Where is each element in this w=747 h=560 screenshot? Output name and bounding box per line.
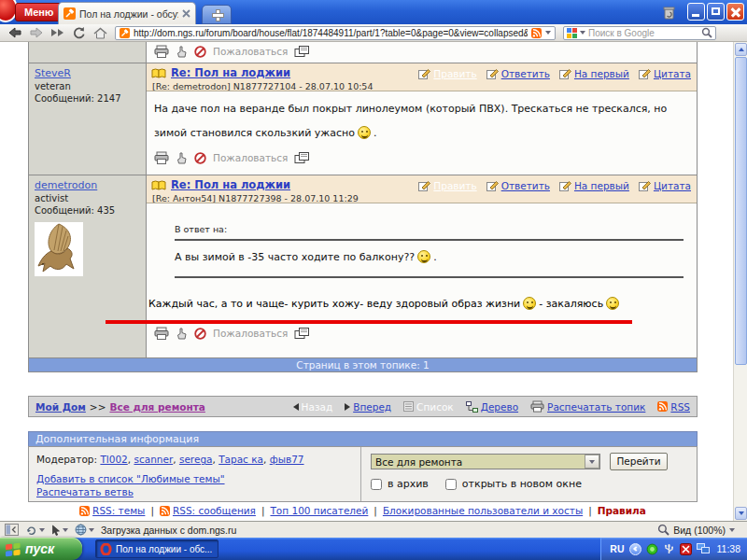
taskbar-task-button[interactable]: Пол на лоджии - обс... xyxy=(95,539,218,558)
reply-link[interactable]: Ответить xyxy=(501,180,550,191)
tab-close-icon[interactable] xyxy=(182,9,190,18)
tray-red-app-icon[interactable] xyxy=(680,543,692,555)
hand-icon[interactable] xyxy=(176,328,188,340)
author-link[interactable]: SteveR xyxy=(35,67,71,79)
reply-link[interactable]: Ответить xyxy=(501,68,550,79)
reload-button[interactable] xyxy=(68,25,90,41)
print-post-icon[interactable] xyxy=(154,45,169,58)
search-engine-dropdown-icon[interactable] xyxy=(580,31,585,35)
blocked-users-link[interactable]: Блокированные пользователи и хосты xyxy=(383,505,583,516)
scrollbar-thumb[interactable] xyxy=(735,57,747,365)
fast-forward-button[interactable] xyxy=(47,25,68,41)
report-no-entry-icon[interactable] xyxy=(194,46,206,58)
report-label[interactable]: Пожаловаться xyxy=(213,46,288,57)
add-favorites-link[interactable]: Добавить в список "Любимые темы" xyxy=(36,473,225,484)
report-no-entry-icon[interactable] xyxy=(194,152,206,164)
rules-label[interactable]: Правила xyxy=(598,505,646,516)
hand-icon[interactable] xyxy=(176,46,188,58)
back-button[interactable] xyxy=(4,25,25,41)
moderator-link[interactable]: фыв77 xyxy=(270,454,304,465)
forum-jump-select[interactable]: Все для ремонта xyxy=(371,454,600,469)
scroll-down-button[interactable] xyxy=(735,507,747,520)
post-meta: [Re: demetrodon] N1877727104 - 28.07.10 … xyxy=(152,81,692,91)
close-button[interactable] xyxy=(726,3,744,21)
nav-back-disabled: Назад xyxy=(302,401,333,413)
network-mode-control[interactable] xyxy=(75,524,94,536)
quote-text: А вы зимой в -35 часто ходите по балкону… xyxy=(175,251,415,263)
report-label[interactable]: Пожаловаться xyxy=(213,328,288,339)
top100-link[interactable]: Топ 100 писателей xyxy=(270,505,368,516)
system-tray: RU 11:38 xyxy=(600,538,747,560)
browser-tab[interactable]: Пол на лоджии - обсуж... xyxy=(58,2,196,24)
post-meta: [Re: Антон54] N1877727398 - 28.07.10 11:… xyxy=(152,193,692,203)
forward-button[interactable] xyxy=(25,25,47,41)
new-window-checkbox[interactable] xyxy=(445,479,457,490)
start-button[interactable]: пуск xyxy=(0,538,82,560)
tray-usb-icon[interactable] xyxy=(663,543,675,555)
post-subject-link[interactable]: Re: Пол на лоджии xyxy=(171,66,290,79)
nav-print-topic-link[interactable]: Распечатать топик xyxy=(547,401,645,413)
nav-rss-link[interactable]: RSS xyxy=(670,401,690,413)
google-search-box[interactable] xyxy=(563,26,716,40)
tray-network-icon[interactable] xyxy=(697,543,710,554)
breadcrumb-home-link[interactable]: Мой Дом xyxy=(35,401,86,413)
print-post-icon[interactable] xyxy=(154,327,169,340)
scroll-up-button[interactable] xyxy=(735,43,747,56)
print-post-icon[interactable] xyxy=(154,151,169,164)
rss-messages-link[interactable]: RSS: сообщения xyxy=(160,505,256,516)
search-magnifier-icon[interactable] xyxy=(701,27,712,38)
copy-pages-icon[interactable] xyxy=(294,152,310,164)
archive-checkbox[interactable] xyxy=(371,479,382,490)
moderator-link[interactable]: serega xyxy=(179,454,213,465)
chevron-left-icon xyxy=(633,546,639,552)
language-indicator[interactable]: RU xyxy=(610,543,624,554)
minimize-button[interactable] xyxy=(687,3,705,21)
home-button[interactable] xyxy=(90,25,111,41)
hand-icon[interactable] xyxy=(176,152,188,164)
rss-topics-link[interactable]: RSS: темы xyxy=(79,505,145,516)
edit-link: Править xyxy=(433,68,476,79)
reload-mode-control[interactable] xyxy=(25,525,45,536)
author-link[interactable]: demetrodon xyxy=(35,179,97,191)
report-label[interactable]: Пожаловаться xyxy=(213,152,288,163)
restore-button[interactable] xyxy=(707,3,725,21)
report-no-entry-icon[interactable] xyxy=(194,328,206,340)
copy-pages-icon[interactable] xyxy=(294,328,310,340)
search-input[interactable] xyxy=(588,28,698,38)
nav-forward-link[interactable]: Вперед xyxy=(353,401,391,413)
quote-link[interactable]: Цитата xyxy=(654,68,691,79)
copy-pages-icon[interactable] xyxy=(294,46,310,58)
moderator-link[interactable]: scanner xyxy=(134,454,173,465)
additional-info-panel: Дополнительная информация Модератор: Tl0… xyxy=(28,431,698,502)
nav-tree-link[interactable]: Дерево xyxy=(481,401,518,413)
moderator-link[interactable]: Тарас ка xyxy=(218,454,263,465)
moderator-link[interactable]: Tl002 xyxy=(100,454,127,465)
first-post-pencil-icon xyxy=(559,181,571,191)
go-button[interactable]: Перейти xyxy=(610,453,668,470)
tray-antivirus-icon[interactable] xyxy=(646,543,658,555)
quote-link[interactable]: Цитата xyxy=(654,180,691,191)
vertical-scrollbar[interactable] xyxy=(733,42,747,521)
zoom-control[interactable]: Вид (100%) xyxy=(657,524,735,536)
select-dropdown-icon[interactable] xyxy=(585,455,599,469)
post-subject-link[interactable]: Re: Пол на лоджии xyxy=(171,178,290,191)
panel-toggle-icon[interactable] xyxy=(5,524,19,536)
taskbar-clock[interactable]: 11:38 xyxy=(717,543,741,554)
task-button-label: Пол на лоджии - обс... xyxy=(116,544,212,554)
breadcrumb-separator: >> xyxy=(90,401,106,413)
new-tab-button[interactable] xyxy=(202,5,232,24)
smiley-icon xyxy=(606,297,619,310)
forum-jump-value: Все для ремонта xyxy=(372,456,585,468)
address-dropdown-icon[interactable] xyxy=(545,31,551,35)
tray-collapse-chevron[interactable] xyxy=(629,543,641,555)
pointer-mode-control[interactable] xyxy=(51,525,68,536)
list-view-icon xyxy=(403,401,414,412)
first-post-link[interactable]: На первый xyxy=(574,180,629,191)
print-branch-link[interactable]: Распечатать ветвь xyxy=(36,486,134,497)
ngs-favicon-icon xyxy=(120,28,130,38)
first-post-link[interactable]: На первый xyxy=(574,68,629,79)
address-bar[interactable]: http://dom.ngs.ru/forum/board/house/flat… xyxy=(115,26,556,40)
breadcrumb-section-link[interactable]: Все для ремонта xyxy=(109,401,204,413)
closed-tabs-trash-icon[interactable] xyxy=(662,5,676,20)
rss-feed-icon[interactable] xyxy=(531,28,542,38)
